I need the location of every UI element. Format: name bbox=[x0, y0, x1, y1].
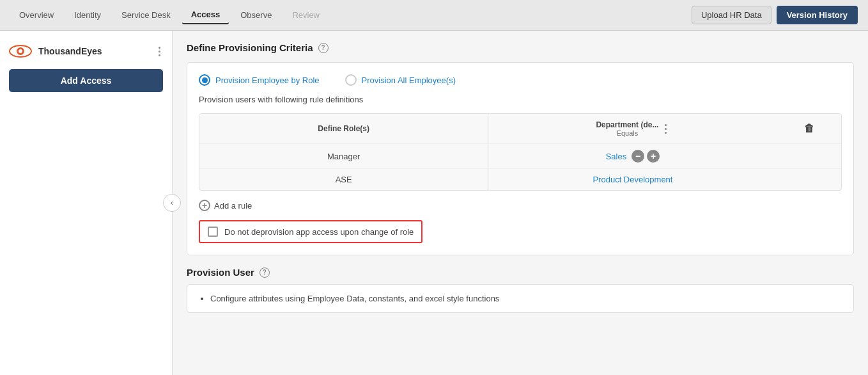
nav-tabs: Overview Identity Service Desk Access Ob… bbox=[10, 6, 329, 24]
provision-user-help-icon[interactable]: ? bbox=[260, 267, 270, 278]
provisioning-help-icon[interactable]: ? bbox=[318, 43, 329, 53]
radio-circle-role bbox=[199, 74, 210, 86]
rule-table-wrapper: Define Role(s) Department (de... Equals bbox=[199, 113, 842, 191]
dept-cell-product: Product Development bbox=[488, 169, 777, 191]
provisioning-criteria-card: Provision Employee by Role Provision All… bbox=[187, 62, 854, 255]
col-header-role: Define Role(s) bbox=[199, 114, 488, 144]
top-nav: Overview Identity Service Desk Access Ob… bbox=[0, 0, 868, 31]
provisioning-criteria-title: Define Provisioning Criteria ? bbox=[187, 42, 854, 53]
delete-row-2-cell bbox=[777, 169, 841, 191]
tab-review: Review bbox=[283, 6, 329, 24]
upload-hr-data-button[interactable]: Upload HR Data bbox=[692, 6, 771, 24]
sidebar-collapse-button[interactable]: ‹ bbox=[163, 194, 181, 212]
add-rule-label: Add a rule bbox=[214, 201, 252, 211]
deprovision-checkbox[interactable] bbox=[208, 227, 218, 237]
provision-description: Provision users with following rule defi… bbox=[199, 95, 842, 104]
provision-user-title: Provision User ? bbox=[187, 267, 854, 278]
delete-column-icon[interactable]: 🗑 bbox=[804, 123, 814, 134]
row-actions-1: − + bbox=[632, 150, 660, 163]
main-layout: ThousandEyes Add Access ‹ Define Provisi… bbox=[0, 31, 868, 375]
sidebar-header: ThousandEyes bbox=[0, 38, 172, 69]
chevron-left-icon: ‹ bbox=[171, 198, 173, 207]
svg-point-2 bbox=[19, 49, 22, 53]
provision-user-list-item: Configure attributes using Employee Data… bbox=[210, 294, 842, 303]
role-cell-ase: ASE bbox=[199, 169, 488, 191]
role-cell-manager: Manager bbox=[199, 144, 488, 169]
sidebar-more-icon[interactable] bbox=[156, 45, 163, 58]
tab-identity[interactable]: Identity bbox=[65, 6, 110, 24]
deprovision-checkbox-label: Do not deprovision app access upon chang… bbox=[224, 227, 414, 237]
radio-circle-all bbox=[345, 74, 357, 86]
radio-label-all: Provision All Employee(s) bbox=[362, 76, 456, 85]
tab-service-desk[interactable]: Service Desk bbox=[112, 6, 180, 24]
remove-row-1-button[interactable]: − bbox=[632, 150, 644, 163]
nav-actions: Upload HR Data Version History bbox=[692, 6, 858, 24]
brand-name: ThousandEyes bbox=[38, 46, 102, 56]
add-access-button[interactable]: Add Access bbox=[9, 69, 163, 92]
add-rule-icon: + bbox=[199, 200, 210, 211]
table-row: Manager Sales − + bbox=[199, 144, 841, 169]
main-content: Define Provisioning Criteria ? Provision… bbox=[173, 31, 868, 375]
add-row-1-button[interactable]: + bbox=[647, 150, 660, 163]
sidebar-brand: ThousandEyes bbox=[9, 42, 102, 60]
provision-user-list: Configure attributes using Employee Data… bbox=[199, 294, 842, 303]
dept-column-options-icon[interactable] bbox=[662, 123, 669, 135]
table-row: ASE Product Development bbox=[199, 169, 841, 191]
radio-provision-all[interactable]: Provision All Employee(s) bbox=[345, 74, 456, 86]
dept-cell-sales: Sales − + bbox=[488, 144, 777, 169]
add-rule-button[interactable]: + Add a rule bbox=[199, 200, 842, 211]
delete-row-1-cell bbox=[777, 144, 841, 169]
tab-observe[interactable]: Observe bbox=[231, 6, 281, 24]
rule-table: Define Role(s) Department (de... Equals bbox=[199, 114, 841, 190]
radio-provision-by-role[interactable]: Provision Employee by Role bbox=[199, 74, 320, 86]
provision-user-card: Configure attributes using Employee Data… bbox=[187, 284, 854, 313]
brand-logo-icon bbox=[9, 42, 32, 60]
radio-label-role: Provision Employee by Role bbox=[215, 76, 320, 85]
col-header-dept: Department (de... Equals bbox=[488, 114, 777, 144]
version-history-button[interactable]: Version History bbox=[777, 6, 858, 24]
col-header-delete: 🗑 bbox=[777, 114, 841, 144]
tab-overview[interactable]: Overview bbox=[10, 6, 63, 24]
radio-group: Provision Employee by Role Provision All… bbox=[199, 74, 842, 86]
tab-access[interactable]: Access bbox=[182, 6, 229, 24]
deprovision-checkbox-row[interactable]: Do not deprovision app access upon chang… bbox=[199, 220, 422, 243]
sidebar: ThousandEyes Add Access ‹ bbox=[0, 31, 173, 375]
